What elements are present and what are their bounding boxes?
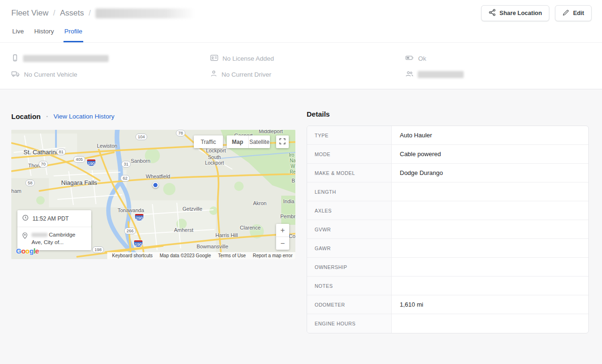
map-canvas[interactable]: St. Catharines Thorold gham Niagara Fall…: [11, 130, 295, 259]
vehicle-status: No Current Vehicle: [24, 71, 77, 78]
edit-label: Edit: [573, 10, 584, 16]
tab-history[interactable]: History: [33, 24, 55, 42]
breadcrumb-assets[interactable]: Assets: [60, 8, 84, 18]
row-value: [392, 201, 588, 220]
address-line-1: Cambridge: [49, 232, 75, 237]
asset-summary: No License Added Ok No Current Vehicle N…: [0, 54, 602, 79]
google-logo[interactable]: Google: [16, 247, 39, 255]
table-row: GVWR: [307, 220, 588, 239]
zoom-control: + −: [276, 224, 289, 250]
row-value: 1,610 mi: [392, 295, 588, 314]
keyboard-shortcuts-link[interactable]: Keyboard shortcuts: [112, 253, 152, 258]
row-label: OWNERSHIP: [307, 258, 392, 276]
row-label: GVWR: [307, 220, 392, 238]
header-actions: Share Location Edit: [481, 5, 592, 21]
battery-status: Ok: [418, 55, 426, 62]
row-value: [392, 239, 588, 257]
location-heading: Location: [11, 112, 41, 120]
row-label: LENGTH: [307, 182, 392, 201]
license-status: No License Added: [222, 55, 274, 62]
address-line-2: Ave, City of...: [32, 239, 63, 245]
edit-button[interactable]: Edit: [555, 5, 592, 21]
route-shield: 78: [176, 130, 185, 136]
row-label: MODE: [307, 145, 392, 163]
table-row: OWNERSHIP: [307, 258, 588, 277]
map-type-map-button[interactable]: Map: [227, 135, 248, 148]
row-value: [392, 277, 588, 295]
row-value: [392, 220, 588, 238]
mobile-device-icon: [11, 54, 19, 63]
last-update-row: 11:52 AM PDT: [17, 210, 91, 227]
table-row: MAKE & MODELDodge Durango: [307, 164, 588, 182]
zoom-in-button[interactable]: +: [276, 224, 289, 237]
device-id-redacted: [23, 55, 109, 62]
map-attribution: Keyboard shortcuts Map data ©2023 Google…: [107, 252, 295, 259]
route-shield: 31: [121, 161, 131, 167]
map-type-control: Map Satellite: [227, 135, 270, 148]
map-data-text: Map data ©2023 Google: [159, 253, 211, 258]
asset-location-marker[interactable]: [152, 182, 158, 188]
row-label: MAKE & MODEL: [307, 164, 392, 182]
group-summary: [405, 70, 591, 79]
people-icon: [405, 71, 413, 79]
row-value: [392, 314, 588, 333]
table-row: ODOMETER1,610 mi: [307, 295, 588, 314]
row-label: ENGINE HOURS: [307, 314, 392, 333]
row-value: Dodge Durango: [392, 164, 588, 182]
location-section: Location • View Location History: [11, 112, 295, 259]
table-row: LENGTH: [307, 182, 588, 201]
row-value: Cable powered: [392, 145, 588, 163]
details-heading: Details: [307, 110, 589, 118]
location-info-card: 11:52 AM PDT Cambridge Ave, City of...: [17, 210, 91, 250]
row-label: ODOMETER: [307, 295, 392, 314]
breadcrumb-separator: /: [89, 9, 91, 17]
expand-icon: [279, 138, 285, 146]
group-name-redacted: [418, 71, 464, 78]
report-map-error-link[interactable]: Report a map error: [253, 253, 293, 258]
address-text: Cambridge Ave, City of...: [32, 231, 75, 246]
address-number-redacted: [32, 233, 48, 237]
route-shield: 266: [124, 228, 136, 234]
row-value: [392, 258, 588, 276]
main-content: Location • View Location History: [0, 90, 602, 364]
heading-dot: •: [47, 114, 48, 119]
route-shield: 81: [56, 149, 66, 155]
share-location-label: Share Location: [499, 10, 542, 16]
tab-profile[interactable]: Profile: [63, 24, 83, 42]
interstate-shield: 290: [135, 214, 144, 221]
interstate-shield: 190: [87, 159, 96, 166]
person-icon: [210, 70, 217, 79]
fullscreen-button[interactable]: [276, 135, 289, 148]
details-section: Details TYPEAuto Hauler MODECable powere…: [307, 110, 589, 333]
terms-of-use-link[interactable]: Terms of Use: [218, 253, 246, 258]
breadcrumb: Fleet View / Assets /: [11, 8, 195, 18]
details-table: TYPEAuto Hauler MODECable powered MAKE &…: [307, 126, 589, 333]
share-location-button[interactable]: Share Location: [481, 5, 549, 21]
tab-bar: Live History Profile: [0, 24, 602, 43]
traffic-button[interactable]: Traffic: [194, 135, 223, 148]
zoom-out-button[interactable]: −: [276, 237, 289, 250]
map-pin-icon: [22, 232, 28, 240]
driver-status: No Current Driver: [222, 71, 271, 78]
table-row: ENGINE HOURS: [307, 314, 588, 333]
view-location-history-link[interactable]: View Location History: [54, 113, 115, 120]
table-row: MODECable powered: [307, 145, 588, 164]
route-shield: 62: [120, 175, 130, 182]
route-shield: 104: [135, 134, 147, 140]
table-row: GAWR: [307, 239, 588, 258]
route-shield: 70: [39, 161, 48, 167]
row-value: [392, 182, 588, 201]
truck-icon: [11, 71, 20, 79]
breadcrumb-fleet-view[interactable]: Fleet View: [11, 8, 48, 18]
route-shield: 58: [25, 180, 35, 186]
top-bar: Fleet View / Assets / Share Location Edi…: [0, 0, 602, 21]
route-shield: 198: [92, 246, 104, 253]
tab-live[interactable]: Live: [11, 24, 25, 42]
license-summary: No License Added: [210, 54, 405, 63]
driver-summary: No Current Driver: [210, 70, 405, 79]
map-type-satellite-button[interactable]: Satellite: [248, 135, 270, 148]
row-value: Auto Hauler: [392, 126, 588, 144]
last-update-time: 11:52 AM PDT: [32, 215, 69, 222]
row-label: AXLES: [307, 201, 392, 220]
pencil-icon: [562, 9, 569, 17]
